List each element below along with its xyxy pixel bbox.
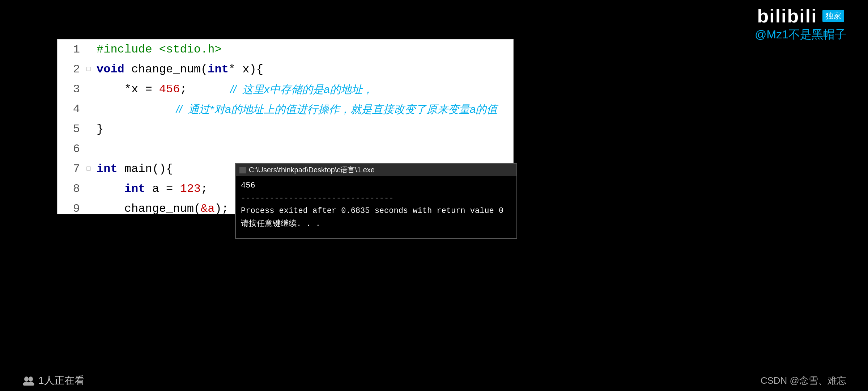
num-123: 123 [180,179,201,199]
line-content-5: } [94,119,513,139]
num-456: 456 [159,79,180,99]
exclusive-badge: 独家 [822,10,844,22]
terminal-title: C:\Users\thinkpad\Desktop\c语言\1.exe [249,165,375,175]
line-number-7: 7 [58,159,84,179]
terminal-line-4: 请按任意键继续. . . [241,218,511,230]
param-star-x: * x){ [229,59,263,79]
code-line-1: 1 #include <stdio.h> [58,39,513,59]
code-line-3: 3 *x = 456 ; // 这里x中存储的是a的地址， [58,79,513,99]
bottom-bar: 1人正在看 CSDN @念雪、难忘 [0,370,868,391]
fn-change-num: change_num( [124,59,208,79]
code-line-6: 6 [58,139,513,159]
terminal-icon [239,167,246,173]
terminal-body: 456 -------------------------------- Pro… [236,176,516,233]
code-line-5: 5 } [58,119,513,139]
semicolon-3: ; [180,79,187,99]
collapse-3 [84,79,94,99]
line-number-4: 4 [58,99,84,119]
terminal-titlebar: C:\Users\thinkpad\Desktop\c语言\1.exe [236,164,516,176]
collapse-2: □ [84,59,94,79]
change-num-call: change_num( [97,199,201,214]
line-content-3: *x = 456 ; // 这里x中存储的是a的地址， [94,79,513,99]
bilibili-wordmark: bilibili [757,7,817,25]
call-close-9: ); [214,199,228,214]
line-number-8: 8 [58,179,84,199]
line-number-6: 6 [58,139,84,159]
indent-8 [97,179,124,199]
kw-int-param: int [208,59,229,79]
collapse-8 [84,179,94,199]
line-number-3: 3 [58,79,84,99]
code-line-4: 4 // 通过*对a的地址上的值进行操作，就是直接改变了原来变量a的值 [58,99,513,119]
collapse-9 [84,199,94,214]
svg-point-1 [29,377,33,382]
bili-logo-area: bilibili 独家 @Mz1不是黑帽子 [755,7,846,43]
line-content-6 [94,139,513,159]
terminal-window: C:\Users\thinkpad\Desktop\c语言\1.exe 456 … [235,163,517,239]
terminal-line-2: -------------------------------- [241,192,511,205]
viewer-icon [22,374,35,387]
viewer-count-text: 1人正在看 [38,374,85,387]
line-content-2: void change_num( int * x){ [94,59,513,79]
semicolon-8: ; [201,179,208,199]
kw-void: void [97,59,124,79]
line-number-1: 1 [58,39,84,59]
main-fn: main(){ [118,159,173,179]
author-name: @Mz1不是黑帽子 [755,27,846,43]
kw-int-main: int [97,159,118,179]
line-content-4: // 通过*对a的地址上的值进行操作，就是直接改变了原来变量a的值 [94,99,513,119]
comment-line-4: // 通过*对a的地址上的值进行操作，就是直接改变了原来变量a的值 [176,99,497,119]
kw-int-a: int [124,179,145,199]
stmt-star-x: *x = [97,79,159,99]
collapse-5 [84,119,94,139]
collapse-1 [84,39,94,59]
include-directive: #include <stdio.h> [97,39,222,59]
svg-point-0 [24,377,29,382]
line-content-1: #include <stdio.h> [94,39,513,59]
viewer-count-area: 1人正在看 [22,374,85,387]
terminal-line-3: Process exited after 0.6835 seconds with… [241,205,511,217]
collapse-4 [84,99,94,119]
addr-a: &a [201,199,214,214]
terminal-line-1: 456 [241,179,511,192]
comment-line-3: // 这里x中存储的是a的地址， [230,79,373,99]
close-brace-5: } [97,119,103,139]
line-number-2: 2 [58,59,84,79]
line-number-9: 9 [58,199,84,214]
var-a-eq: a = [145,179,180,199]
bottom-right-text: CSDN @念雪、难忘 [761,374,846,387]
code-line-2: 2 □ void change_num( int * x){ [58,59,513,79]
collapse-7: □ [84,159,94,179]
line-number-5: 5 [58,119,84,139]
collapse-6 [84,139,94,159]
